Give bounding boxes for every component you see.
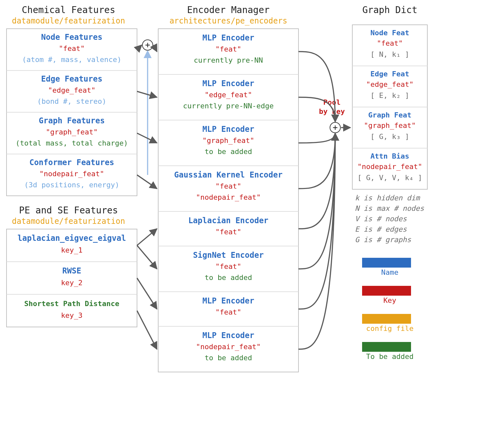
chem-item-key: "edge_feat"	[48, 86, 96, 94]
encoder-name: MLP Encoder	[203, 33, 254, 42]
encoder-key: "feat"	[215, 45, 241, 53]
encoder-key2: "nodepair_feat"	[196, 193, 261, 201]
encoder-name: Laplacian Encoder	[188, 216, 268, 225]
legend-swatch	[362, 342, 411, 352]
pese-item-key: key_2	[61, 279, 83, 287]
gd-key: "feat"	[377, 39, 403, 47]
encoder-note: to be added	[205, 354, 252, 362]
arrow	[298, 133, 335, 349]
pese-item-key: key_1	[61, 246, 83, 254]
arrow	[137, 175, 157, 189]
gd-name: Attn Bias	[370, 152, 409, 160]
pese-item-name: Shortest Path Distance	[24, 300, 119, 308]
chem-item-hint: (bond #, stereo)	[37, 97, 106, 105]
arrow	[137, 91, 157, 97]
arrow	[298, 133, 335, 269]
pese-item-key: key_3	[61, 311, 83, 319]
encoder-name: MLP Encoder	[203, 79, 254, 88]
encoder-name: Gaussian Kernel Encoder	[174, 170, 283, 179]
arrow	[298, 133, 335, 229]
encoder-key: "nodepair_feat"	[196, 343, 261, 351]
legend-label: Key	[383, 296, 396, 304]
gd-name: Node Feat	[370, 29, 409, 37]
encoder-note: currently pre-NN-edge	[183, 102, 274, 110]
encoder-name: MLP Encoder	[203, 331, 254, 340]
encoder-key: "feat"	[215, 228, 241, 236]
legend-note: k is hidden dim	[355, 194, 420, 202]
encoder-key: "feat"	[215, 182, 241, 190]
chem-item-hint: (atom #, mass, valence)	[22, 55, 122, 64]
legend-note: G is # graphs	[355, 236, 411, 244]
legend-swatch	[362, 314, 411, 324]
chem-title: Chemical Features	[22, 5, 115, 15]
arrow	[298, 133, 335, 143]
pese-subtitle: datamodule/featurization	[12, 217, 125, 226]
arrow	[137, 229, 157, 245]
encoder-name: MLP Encoder	[203, 125, 254, 134]
plus-text: +	[145, 40, 150, 50]
legend-note: V is # nodes	[355, 215, 407, 223]
pese-item-name: laplacian_eigvec_eigval	[18, 234, 126, 243]
gd-dim: [ G, V, V, k₄ ]	[358, 174, 422, 182]
pese-title: PE and SE Features	[19, 205, 118, 216]
gd-name: Graph Feat	[368, 111, 411, 119]
encoder-note: to be added	[205, 147, 252, 156]
gd-dim: [ N, k₁ ]	[370, 50, 409, 58]
chem-item-name: Graph Features	[39, 116, 105, 125]
encoder-key: "graph_feat"	[203, 136, 254, 145]
chem-item-name: Edge Features	[41, 74, 102, 84]
legend-swatch	[362, 286, 411, 296]
chem-item-note: (total mass, total charge)	[16, 139, 128, 147]
legend-note: N is max # nodes	[355, 204, 424, 212]
gd-key: "graph_feat"	[364, 121, 416, 130]
encoder-note: to be added	[205, 273, 252, 282]
legend-note: E is # edges	[355, 225, 407, 233]
legend-label: To be added	[366, 352, 414, 361]
chem-subtitle: datamodule/featurization	[12, 16, 125, 25]
arrow	[137, 133, 157, 143]
gd-dim: [ G, k₃ ]	[370, 132, 409, 141]
arrow	[137, 311, 157, 349]
encoder-key: "edge_feat"	[205, 91, 252, 99]
arrow	[298, 133, 335, 189]
chem-item-hint: (3d positions, energy)	[24, 181, 119, 189]
chem-item-key: "nodepair_feat"	[39, 170, 104, 178]
gd-key: "nodepair_feat"	[358, 163, 422, 171]
legend-label: Name	[381, 268, 399, 276]
encoder-name: SignNet Encoder	[193, 251, 264, 260]
arrow	[154, 45, 157, 52]
chem-item-key: "graph_feat"	[46, 128, 98, 136]
plus-text: +	[333, 122, 338, 132]
gd-key: "edge_feat"	[366, 80, 414, 88]
mid-subtitle: architectures/pe_encoders	[169, 16, 287, 25]
arrow	[137, 45, 142, 50]
chem-item-name: Conformer Features	[29, 158, 114, 167]
chem-item-key: "feat"	[59, 44, 84, 53]
encoder-key: "feat"	[215, 308, 241, 316]
legend-swatch	[362, 258, 411, 268]
gd-name: Edge Feat	[370, 70, 409, 78]
encoder-name: MLP Encoder	[203, 296, 254, 305]
chem-item-name: Node Features	[41, 33, 102, 42]
legend-label: config file	[366, 324, 414, 333]
gd-dim: [ E, k₂ ]	[370, 91, 409, 100]
pese-item-name: RWSE	[62, 266, 81, 275]
mid-title: Encoder Manager	[187, 5, 270, 15]
arrow	[137, 278, 157, 309]
encoder-key: "feat"	[215, 262, 241, 271]
arrow	[137, 245, 157, 269]
encoder-note: currently pre-NN	[194, 56, 263, 64]
right-title: Graph Dict	[362, 5, 418, 15]
